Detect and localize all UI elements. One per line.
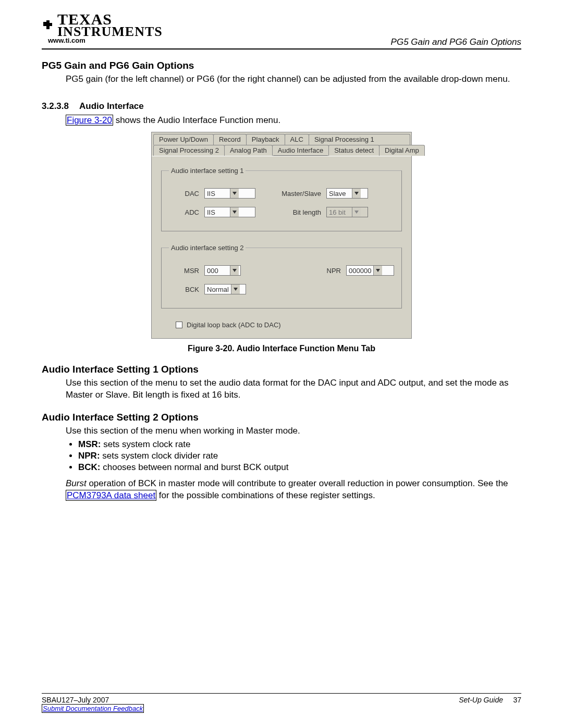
section-3238-lead: Figure 3-20 shows the Audio Interface Fu…: [66, 115, 521, 127]
bck-desc: chooses between normal and burst BCK out…: [101, 462, 289, 472]
bck-combo[interactable]: Normal: [204, 284, 246, 294]
pcm3793a-datasheet-link[interactable]: PCM3793A data sheet: [66, 490, 156, 501]
adc-label: ADC: [169, 208, 204, 216]
digital-loopback-label: Digital loop back (ADC to DAC): [187, 321, 281, 329]
chevron-down-icon: [230, 266, 239, 275]
section-ais1-title: Audio Interface Setting 1 Options: [42, 364, 521, 375]
svg-marker-5: [376, 269, 380, 272]
digital-loopback-row[interactable]: Digital loop back (ADC to DAC): [176, 321, 402, 329]
digital-loopback-checkbox[interactable]: [176, 322, 182, 328]
svg-marker-0: [232, 192, 237, 195]
group2-legend: Audio interface setting 2: [169, 244, 246, 252]
master-slave-value: Slave: [327, 190, 352, 198]
chevron-down-icon: [230, 189, 239, 198]
figure-caption: Figure 3-20. Audio Interface Function Me…: [42, 344, 521, 353]
list-item: NPR: sets system clock divider rate: [78, 451, 521, 461]
section-ais1-body: Use this section of the menu to set the …: [66, 377, 521, 401]
section-ais2-title: Audio Interface Setting 2 Options: [42, 412, 521, 423]
npr-desc: sets system clock divider rate: [100, 451, 218, 461]
footer-guide: Set-Up Guide: [459, 696, 503, 704]
bck-term: BCK:: [78, 462, 101, 472]
section-3238-lead-tail: shows the Audio Interface Function menu.: [113, 115, 280, 125]
msr-value: 000: [205, 267, 230, 275]
npr-label: NPR: [320, 267, 346, 275]
npr-combo[interactable]: 000000: [346, 265, 394, 276]
ti-logo-block: TEXAS INSTRUMENTS www.ti.com: [42, 13, 163, 44]
bck-label: BCK: [169, 286, 204, 293]
tab-playback[interactable]: Playback: [246, 134, 285, 145]
bit-length-value: 16 bit: [327, 208, 352, 216]
list-item: BCK: chooses between normal and burst BC…: [78, 462, 521, 473]
footer-doc-id: SBAU127–July 2007: [42, 696, 109, 704]
tab-power-up-down[interactable]: Power Up/Down: [153, 134, 214, 145]
burst-paragraph: Burst operation of BCK in master mode wi…: [66, 478, 521, 502]
tab-signal-processing-1[interactable]: Signal Processing 1: [309, 134, 410, 145]
group-audio-setting-1: Audio interface setting 1 DAC IIS Master…: [161, 167, 402, 231]
page-footer: SBAU127–July 2007 Submit Documentation F…: [42, 693, 521, 712]
npr-value: 000000: [347, 267, 373, 275]
bck-value: Normal: [205, 286, 231, 293]
msr-label: MSR: [169, 267, 204, 275]
audio-interface-screenshot: Power Up/Down Record Playback ALC Signal…: [151, 132, 412, 339]
svg-marker-6: [234, 288, 238, 291]
svg-marker-2: [232, 211, 237, 214]
section-ais2-intro: Use this section of the menu when workin…: [66, 425, 521, 437]
msr-term: MSR:: [78, 439, 101, 449]
svg-marker-1: [354, 192, 359, 195]
tab-digital-amp[interactable]: Digital Amp: [379, 145, 425, 156]
burst-rest: operation of BCK in master mode will con…: [87, 478, 508, 488]
ti-chip-icon: [42, 19, 54, 31]
tab-row-2: Signal Processing 2 Analog Path Audio In…: [153, 145, 410, 156]
group1-legend: Audio interface setting 1: [169, 167, 246, 175]
chevron-down-icon: [373, 266, 382, 275]
footer-page-number: 37: [513, 696, 521, 704]
chevron-down-icon: [352, 207, 361, 217]
master-slave-label: Master/Slave: [271, 190, 326, 198]
tab-record[interactable]: Record: [213, 134, 247, 145]
submit-feedback-link[interactable]: Submit Documentation Feedback: [42, 704, 144, 713]
burst-tail: for the possible combinations of these r…: [156, 490, 375, 500]
figure-3-20-link[interactable]: Figure 3-20: [66, 115, 113, 126]
msr-desc: sets system clock rate: [101, 439, 190, 449]
burst-word: Burst: [66, 478, 87, 488]
chevron-down-icon: [231, 285, 240, 294]
tab-audio-interface[interactable]: Audio Interface: [272, 145, 329, 156]
tab-analog-path[interactable]: Analog Path: [224, 145, 273, 156]
adc-combo[interactable]: IIS: [204, 207, 255, 217]
ais2-bullet-list: MSR: sets system clock rate NPR: sets sy…: [78, 439, 521, 473]
section-3238-title: Audio Interface: [79, 101, 144, 112]
bit-length-label: Bit length: [271, 208, 326, 216]
msr-combo[interactable]: 000: [204, 265, 241, 276]
svg-marker-4: [232, 269, 237, 272]
dac-value: IIS: [205, 190, 230, 198]
group-audio-setting-2: Audio interface setting 2 MSR 000 NPR 00…: [161, 244, 402, 309]
bit-length-combo: 16 bit: [326, 207, 368, 217]
section-pg5-title: PG5 Gain and PG6 Gain Options: [42, 60, 521, 71]
adc-value: IIS: [205, 208, 230, 216]
tab-status-detect[interactable]: Status detect: [328, 145, 380, 156]
tab-row-1: Power Up/Down Record Playback ALC Signal…: [153, 134, 410, 145]
section-3238-heading: 3.2.3.8 Audio Interface: [42, 101, 521, 112]
section-3238-number: 3.2.3.8: [42, 101, 79, 112]
section-pg5-body: PG5 gain (for the left channel) or PG6 (…: [66, 73, 521, 85]
list-item: MSR: sets system clock rate: [78, 439, 521, 450]
tab-signal-processing-2[interactable]: Signal Processing 2: [153, 145, 225, 156]
tab-alc[interactable]: ALC: [285, 134, 309, 145]
ti-logo: TEXAS INSTRUMENTS: [42, 13, 163, 38]
audio-interface-panel: Audio interface setting 1 DAC IIS Master…: [152, 156, 411, 338]
chevron-down-icon: [230, 207, 239, 217]
dac-combo[interactable]: IIS: [204, 188, 255, 199]
breadcrumb: PG5 Gain and PG6 Gain Options: [391, 37, 521, 47]
npr-term: NPR:: [78, 451, 100, 461]
chevron-down-icon: [352, 189, 361, 198]
tab-strip: Power Up/Down Record Playback ALC Signal…: [152, 132, 411, 156]
master-slave-combo[interactable]: Slave: [326, 188, 368, 199]
dac-label: DAC: [169, 190, 204, 198]
svg-marker-3: [354, 211, 359, 214]
brand-url: www.ti.com: [48, 36, 85, 44]
